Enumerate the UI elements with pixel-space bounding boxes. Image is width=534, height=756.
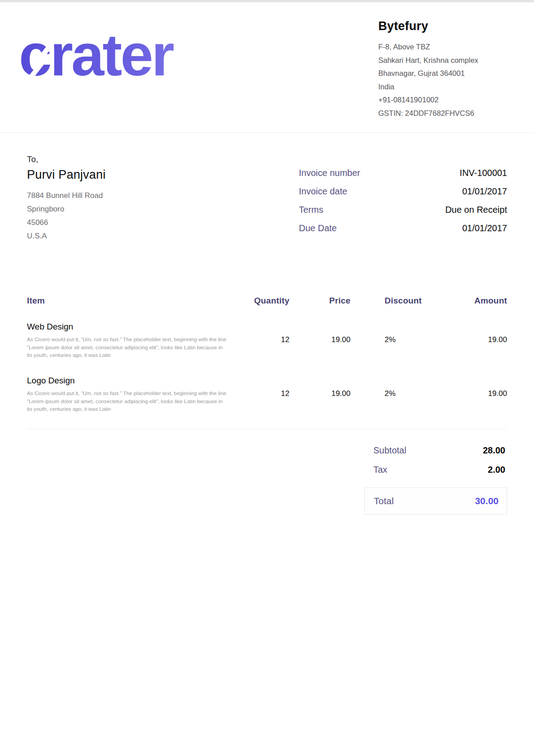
customer-address-line: 7884 Bunnel Hill Road [27, 189, 299, 202]
terms-label: Terms [299, 205, 323, 215]
customer-address-line: 45066 [27, 216, 299, 229]
item-price: 19.00 [289, 322, 350, 344]
invoice-info-section: To, Purvi Panjvani 7884 Bunnel Hill Road… [0, 154, 534, 243]
invoice-date-label: Invoice date [299, 186, 347, 197]
company-phone: +91-08141901002 [378, 93, 517, 107]
tax-value: 2.00 [488, 465, 505, 475]
invoice-number-value: INV-100001 [460, 168, 507, 178]
customer-address-line: Springboro [27, 202, 299, 216]
company-address-line: Bhavnagar, Gujrat 364001 [378, 67, 517, 80]
company-address-line: India [378, 80, 517, 94]
tax-row: Tax 2.00 [364, 465, 507, 475]
table-row: Logo Design As Cicero would put it, “Um,… [27, 376, 507, 413]
due-date-value: 01/01/2017 [462, 223, 507, 233]
total-box: Total 30.00 [364, 488, 507, 514]
company-address-line: F-8, Above TBZ [378, 40, 517, 54]
terms-value: Due on Receipt [445, 205, 507, 215]
total-value: 30.00 [475, 496, 499, 506]
due-date-label: Due Date [299, 223, 337, 233]
item-description: As Cicero would put it, “Um, not so fast… [27, 390, 229, 413]
table-bottom-divider [27, 429, 507, 429]
item-cell: Logo Design As Cicero would put it, “Um,… [27, 376, 247, 413]
item-description: As Cicero would put it, “Um, not so fast… [27, 336, 229, 360]
bill-to-label: To, [27, 154, 299, 164]
item-name: Web Design [27, 322, 247, 332]
item-amount: 19.00 [438, 376, 507, 398]
company-address-line: Sahkari Hart, Krishna complex [378, 54, 517, 67]
invoice-date-row: Invoice date 01/01/2017 [299, 186, 507, 197]
totals-section: Subtotal 28.00 Tax 2.00 Total 30.00 [364, 445, 507, 514]
company-gstin: GSTIN: 24DDF7682FHVCS6 [378, 107, 517, 120]
column-header-quantity: Quantity [247, 296, 289, 306]
item-quantity: 12 [247, 376, 289, 398]
item-name: Logo Design [27, 376, 247, 386]
item-quantity: 12 [247, 322, 289, 344]
tax-label: Tax [373, 465, 387, 475]
subtotal-label: Subtotal [373, 445, 406, 456]
subtotal-value: 28.00 [483, 445, 505, 456]
company-info: Bytefury F-8, Above TBZ Sahkari Hart, Kr… [378, 19, 517, 120]
customer-name: Purvi Panjvani [27, 168, 299, 182]
customer-address: 7884 Bunnel Hill Road Springboro 45066 U… [27, 189, 299, 243]
table-row: Web Design As Cicero would put it, “Um, … [27, 322, 507, 360]
company-name: Bytefury [378, 19, 517, 33]
invoice-header: crater Bytefury F-8, Above TBZ Sahkari H… [0, 2, 534, 133]
item-cell: Web Design As Cicero would put it, “Um, … [27, 322, 247, 360]
bill-to-block: To, Purvi Panjvani 7884 Bunnel Hill Road… [27, 154, 299, 243]
invoice-number-label: Invoice number [299, 168, 360, 178]
column-header-price: Price [289, 296, 350, 306]
due-date-row: Due Date 01/01/2017 [299, 223, 507, 233]
column-header-amount: Amount [438, 296, 507, 306]
items-table-header: Item Quantity Price Discount Amount [27, 296, 507, 306]
item-discount: 2% [350, 322, 438, 344]
items-table: Item Quantity Price Discount Amount Web … [27, 296, 507, 429]
crater-logo-text: crater [19, 26, 230, 85]
crater-logo: crater [19, 26, 230, 97]
item-amount: 19.00 [438, 322, 507, 344]
invoice-page: crater Bytefury F-8, Above TBZ Sahkari H… [0, 0, 534, 756]
item-discount: 2% [350, 376, 438, 398]
terms-row: Terms Due on Receipt [299, 205, 507, 215]
total-label: Total [374, 496, 394, 506]
column-header-item: Item [27, 296, 247, 306]
column-header-discount: Discount [350, 296, 438, 306]
invoice-date-value: 01/01/2017 [462, 186, 507, 197]
company-address: F-8, Above TBZ Sahkari Hart, Krishna com… [378, 40, 517, 120]
item-price: 19.00 [289, 376, 350, 398]
subtotal-row: Subtotal 28.00 [364, 445, 507, 456]
customer-address-line: U.S.A [27, 229, 299, 243]
invoice-meta: Invoice number INV-100001 Invoice date 0… [299, 154, 507, 243]
invoice-number-row: Invoice number INV-100001 [299, 168, 507, 178]
